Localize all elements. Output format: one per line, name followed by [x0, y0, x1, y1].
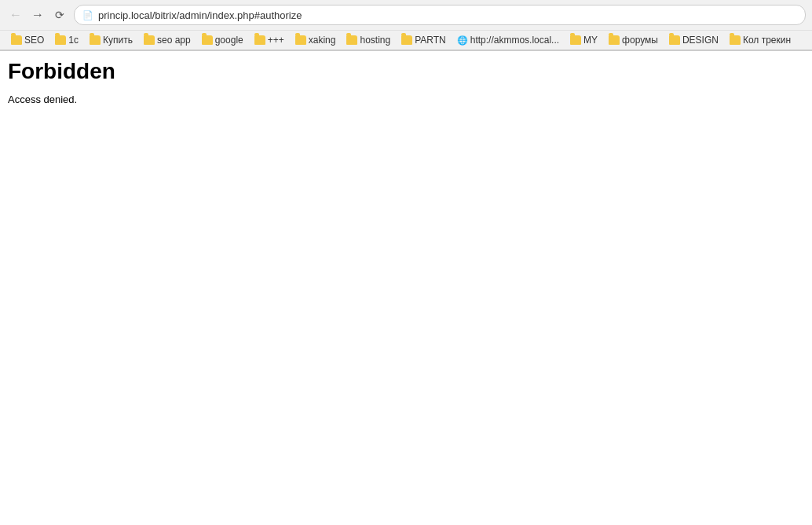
bookmark-item[interactable]: форумы: [604, 33, 663, 47]
bookmark-item[interactable]: seo app: [139, 33, 196, 47]
bookmark-item[interactable]: xaking: [291, 33, 341, 47]
back-button[interactable]: ←: [6, 6, 25, 24]
bookmarks-bar: SEO1сКупитьseo appgoogle+++xakinghosting…: [0, 30, 812, 50]
bookmark-label: seo app: [157, 35, 191, 46]
folder-icon: [11, 35, 22, 45]
folder-icon: [254, 35, 265, 45]
bookmark-item[interactable]: Купить: [85, 33, 137, 47]
folder-icon: [669, 35, 680, 45]
bookmark-item[interactable]: 🌐http://akmmos.local...: [452, 33, 564, 47]
folder-icon: [401, 35, 412, 45]
folder-icon: [570, 35, 581, 45]
bookmark-item[interactable]: SEO: [6, 33, 49, 47]
bookmark-label: hosting: [360, 35, 390, 46]
bookmark-item[interactable]: Кол трекин: [725, 33, 796, 47]
bookmark-label: DESIGN: [682, 35, 719, 46]
bookmark-item[interactable]: google: [197, 33, 248, 47]
bookmark-item[interactable]: MY: [565, 33, 602, 47]
page-title: Forbidden: [8, 59, 804, 84]
bookmark-label: PARTN: [415, 35, 446, 46]
nav-buttons: ← → ⟳: [6, 6, 69, 24]
folder-icon: [144, 35, 155, 45]
link-icon: 🌐: [457, 35, 468, 46]
bookmark-label: Купить: [103, 35, 133, 46]
folder-icon: [346, 35, 357, 45]
folder-icon: [90, 35, 101, 45]
folder-icon: [55, 35, 66, 45]
forward-button[interactable]: →: [28, 6, 47, 24]
page-content: Forbidden Access denied.: [0, 51, 812, 113]
bookmark-item[interactable]: +++: [250, 33, 289, 47]
bookmark-label: http://akmmos.local...: [470, 35, 559, 46]
folder-icon: [202, 35, 213, 45]
bookmark-label: google: [215, 35, 243, 46]
bookmark-item[interactable]: DESIGN: [664, 33, 723, 47]
bookmark-item[interactable]: 1с: [50, 33, 83, 47]
bookmark-label: +++: [268, 35, 284, 46]
bookmark-label: MY: [583, 35, 598, 46]
folder-icon: [295, 35, 306, 45]
bookmark-label: 1с: [68, 35, 79, 46]
bookmark-item[interactable]: hosting: [342, 33, 395, 47]
browser-toolbar: ← → ⟳ 📄: [0, 0, 812, 30]
address-bar[interactable]: 📄: [74, 5, 806, 25]
refresh-button[interactable]: ⟳: [50, 6, 69, 24]
bookmark-label: Кол трекин: [743, 35, 791, 46]
bookmark-label: SEO: [24, 35, 44, 46]
access-denied-message: Access denied.: [8, 94, 804, 105]
folder-icon: [609, 35, 620, 45]
bookmark-label: форумы: [622, 35, 658, 46]
url-input[interactable]: [98, 9, 797, 21]
page-icon: 📄: [82, 10, 93, 20]
bookmark-label: xaking: [309, 35, 336, 46]
folder-icon: [730, 35, 741, 45]
bookmark-item[interactable]: PARTN: [397, 33, 451, 47]
browser-chrome: ← → ⟳ 📄 SEO1сКупитьseo appgoogle+++xakin…: [0, 0, 812, 51]
